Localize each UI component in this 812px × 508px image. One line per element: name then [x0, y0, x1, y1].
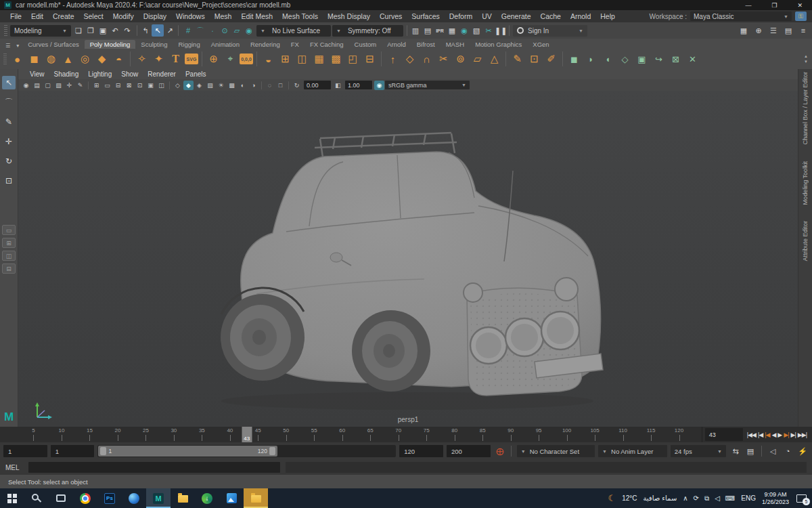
undo-icon[interactable]: ↶ [109, 24, 121, 37]
clock[interactable]: 9:09 AM 1/26/2023 [762, 491, 789, 506]
ipr-render-icon[interactable]: IPR [434, 24, 446, 37]
shelf-options-icon[interactable]: ▾ [14, 43, 22, 49]
photos-icon[interactable] [219, 488, 244, 508]
menu-mesh[interactable]: Mesh [210, 12, 237, 21]
uv-automatic-icon[interactable]: ◗ [583, 51, 599, 67]
redo-icon[interactable]: ↷ [121, 24, 133, 37]
view-transform-select[interactable]: sRGB gamma ▼ [385, 81, 470, 89]
persp-outliner-layout-button[interactable]: ◫ [2, 251, 16, 261]
weather-temp[interactable]: 12°C [622, 494, 637, 502]
hidden-icons-chevron[interactable]: ∧ [683, 494, 687, 502]
hypershade-persp-layout-button[interactable]: ⊟ [2, 263, 16, 274]
extrude-icon[interactable]: ↑ [385, 51, 401, 67]
animation-end-field[interactable]: 200 [447, 445, 491, 457]
menu-mesh-display[interactable]: Mesh Display [323, 12, 375, 21]
uv-editor-icon[interactable]: ▣ [634, 51, 650, 67]
idm-icon[interactable]: ↓ [195, 488, 219, 508]
image-plane-icon[interactable]: ▧ [53, 81, 64, 90]
single-pane-layout-button[interactable]: ▭ [2, 225, 16, 235]
uv-cylindrical-icon[interactable]: ◖ [600, 51, 616, 67]
mirror-icon[interactable]: ⊟ [362, 51, 378, 67]
hypershade-icon[interactable]: ◉ [458, 24, 470, 37]
search-icon[interactable] [24, 488, 49, 508]
update-tray-icon[interactable]: ⟳ [694, 494, 699, 502]
menu-edit[interactable]: Edit [26, 12, 48, 21]
new-scene-icon[interactable]: ❏ [72, 24, 85, 37]
film-gate-icon[interactable]: ▭ [102, 81, 112, 90]
menu-deform[interactable]: Deform [445, 12, 477, 21]
character-set-select[interactable]: ▼No Character Set [517, 445, 595, 457]
poly-cylinder-icon[interactable]: ◍ [43, 51, 59, 67]
step-back-key-button[interactable]: |◀ [765, 431, 769, 438]
grid-icon[interactable]: ⊞ [91, 81, 102, 90]
shelf-scroll-arrows[interactable]: ▲▼ [804, 54, 810, 64]
step-back-frame-button[interactable]: |◀ [758, 431, 763, 438]
shelf-tab-poly-modeling[interactable]: Poly Modeling [85, 40, 136, 49]
sidebar-tab-modeling-toolkit[interactable]: Modeling Toolkit [802, 161, 809, 205]
grease-pencil-icon[interactable]: ✎ [75, 81, 85, 90]
select-object-icon[interactable]: ↖ [152, 24, 164, 37]
select-component-icon[interactable]: ↗ [164, 24, 176, 37]
menu-edit-mesh[interactable]: Edit Mesh [236, 12, 277, 21]
sidebar-tab-channel-box-layer-editor[interactable]: Channel Box / Layer Editor [802, 72, 809, 145]
move-tool[interactable]: ✛ [2, 135, 16, 148]
snap-view-plane-icon[interactable]: ▱ [231, 24, 243, 37]
time-ruler[interactable]: 5101520253035404550556065707580859095100… [5, 427, 702, 442]
step-forward-key-button[interactable]: ▶| [784, 431, 788, 438]
rotate-tool[interactable]: ↻ [2, 154, 16, 168]
multi-cut-icon[interactable]: ✂ [436, 51, 451, 67]
play-backward-button[interactable]: ◀ [771, 431, 775, 438]
shelf-tab-rigging[interactable]: Rigging [173, 40, 205, 49]
range-slider-bar[interactable]: 1 120 [98, 446, 277, 457]
bookmark-icon[interactable]: ▢ [43, 81, 53, 90]
menu-surfaces[interactable]: Surfaces [407, 12, 444, 21]
combine-icon[interactable]: ⊞ [277, 51, 293, 67]
sequence-render-icon[interactable]: ✂ [482, 24, 495, 37]
panel-menu-lighting[interactable]: Lighting [83, 70, 116, 78]
range-slider-track[interactable]: 1 120 [97, 445, 396, 457]
crease-icon[interactable]: △ [487, 51, 502, 67]
sign-in-button[interactable]: Sign In ▼ [513, 25, 587, 37]
maximize-button[interactable]: ❐ [771, 2, 777, 9]
shadows-icon[interactable]: ▩ [227, 81, 237, 90]
uv-planar-icon[interactable]: ◼ [566, 51, 582, 67]
snap-projected-center-icon[interactable]: ⊙ [219, 24, 231, 37]
smooth-shade-icon[interactable]: ◆ [183, 81, 194, 90]
menu-help[interactable]: Help [595, 12, 620, 21]
scale-tool[interactable]: ⊡ [2, 174, 16, 188]
animation-start-field[interactable]: 1 [3, 445, 47, 457]
textured-icon[interactable]: ▨ [205, 81, 215, 90]
playback-end-field[interactable]: 120 [399, 445, 443, 457]
snap-point-icon[interactable]: ∙ [206, 24, 219, 37]
type-tool-icon[interactable]: T [168, 51, 183, 67]
render-view-icon[interactable]: ▥ [409, 24, 422, 37]
poly-sphere-icon[interactable]: ● [9, 51, 25, 67]
download-folder-icon[interactable] [244, 488, 268, 508]
menu-curves[interactable]: Curves [375, 12, 407, 21]
safe-action-icon[interactable]: ▣ [145, 81, 156, 90]
symmetry-selector[interactable]: ▼Symmetry: Off [332, 25, 403, 37]
chrome-icon[interactable] [73, 488, 97, 508]
touch-keyboard-icon[interactable]: ⌨ [725, 494, 735, 502]
make-live-icon[interactable]: ◉ [243, 24, 255, 37]
play-forward-button[interactable]: ▶ [777, 431, 782, 438]
shelf-tab-animation[interactable]: Animation [206, 40, 245, 49]
exposure-icon[interactable]: ↻ [292, 81, 302, 90]
reduce-icon[interactable]: ▩ [328, 51, 344, 67]
snap-grid-icon[interactable]: # [182, 24, 194, 37]
select-hierarchy-icon[interactable]: ↰ [139, 24, 152, 37]
sidebar-tab-attribute-editor[interactable]: Attribute Editor [802, 221, 809, 261]
clip-editor-icon[interactable]: ▤ [744, 445, 757, 457]
snap-to-origin-icon[interactable]: ⌖ [223, 51, 238, 67]
select-tool[interactable]: ↖ [2, 76, 16, 89]
use-all-lights-icon[interactable]: ☀ [216, 81, 226, 90]
zero-transform-icon[interactable]: 0,0,0 [240, 54, 253, 64]
action-center-icon[interactable]: 5 [796, 494, 807, 503]
safe-title-icon[interactable]: ◫ [156, 81, 166, 90]
bevel-icon[interactable]: ◇ [402, 51, 418, 67]
step-forward-frame-button[interactable]: ▶| [791, 431, 796, 438]
menu-uv[interactable]: UV [477, 12, 497, 21]
target-weld-icon[interactable]: ⊚ [453, 51, 468, 67]
display-tray-icon[interactable]: ⧉ [704, 494, 709, 503]
menu-cache[interactable]: Cache [536, 12, 566, 21]
